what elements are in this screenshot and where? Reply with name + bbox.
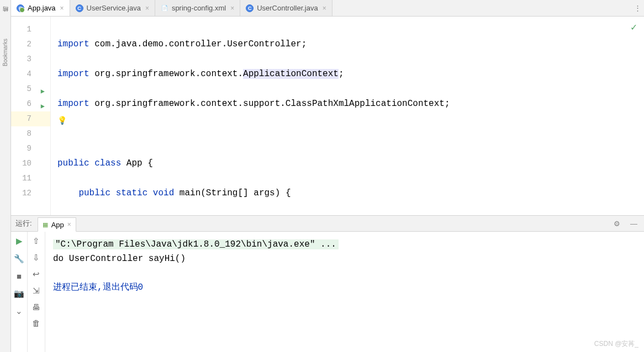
line-number: 1 [11,22,50,37]
line-gutter: 1 2 3 4 5▶ 6▶ 7💡 8 9 10 11 12 [11,17,51,215]
run-tab-app[interactable]: ▦ App × [38,217,76,232]
close-icon[interactable]: × [144,4,150,12]
trash-icon[interactable]: 🗑 [32,318,40,328]
tab-spring-config-xml[interactable]: 📄 spring-config.xml × [155,0,240,16]
rerun-icon[interactable]: ▶ [16,236,23,246]
analysis-ok-icon[interactable]: ✓ [630,22,637,33]
line-number: 12 [11,186,50,201]
line-number: 7💡 [11,111,50,126]
print-icon[interactable]: 🖶 [32,302,40,312]
xml-icon: 📄 [161,4,168,12]
run-settings-icon[interactable]: ⚙ [611,220,622,228]
console-exit-line: 进程已结束,退出代码0 [53,280,636,295]
down-icon[interactable]: ⇩ [33,253,40,263]
line-number: 10 [11,156,50,171]
run-tool-window: ▶ 🔧 ■ 📷 ⌄ ⇧ ⇩ ↩ ⇲ 🖶 🗑 "C:\Program Files\… [11,232,644,352]
line-number: 5▶ [11,82,50,97]
run-toolbar-primary: ▶ 🔧 ■ 📷 ⌄ [11,232,28,352]
class-icon: C [17,4,24,12]
close-icon[interactable]: × [59,4,65,12]
tab-menu-icon[interactable]: ⋮ [631,0,644,16]
tab-label: spring-config.xml [172,4,226,12]
up-icon[interactable]: ⇧ [33,236,40,246]
line-number: 8 [11,126,50,141]
tab-app-java[interactable]: C App.java × [11,0,70,16]
chevron-down-icon[interactable]: ⌄ [15,306,23,316]
wrap-icon[interactable]: ↩ [33,269,40,279]
tab-label: UserService.java [87,4,141,12]
scroll-icon[interactable]: ⇲ [33,286,40,296]
run-hide-icon[interactable]: — [628,220,640,228]
class-icon: C [246,4,254,12]
line-number: 2 [11,37,50,52]
close-icon[interactable]: × [229,4,235,12]
close-icon[interactable]: × [67,221,71,228]
line-number: 9 [11,141,50,156]
console-output[interactable]: "C:\Program Files\Java\jdk1.8.0_192\bin\… [45,232,644,352]
line-number: 4 [11,67,50,82]
line-number: 6▶ [11,97,50,111]
run-toolbar-secondary: ⇧ ⇩ ↩ ⇲ 🖶 🗑 [28,232,45,352]
rail-bookmarks[interactable]: Bookmarks [2,39,8,66]
tab-userservice-java[interactable]: C UserService.java × [70,0,155,16]
left-tool-rail: 结构 Bookmarks [0,0,11,352]
wrench-icon[interactable]: 🔧 [14,254,24,264]
camera-icon[interactable]: 📷 [14,289,24,298]
console-line: do UserController sayHi() [53,252,636,266]
run-tab-label: App [51,221,64,229]
run-title: 运行: [15,218,32,228]
console-command: "C:\Program Files\Java\jdk1.8.0_192\bin\… [53,239,339,249]
run-tool-header: 运行: ▦ App × ⚙ — [11,215,644,232]
code-editor[interactable]: 1 2 3 4 5▶ 6▶ 7💡 8 9 10 11 12 import com… [11,17,644,215]
watermark: CSDN @安苒_ [594,339,638,349]
tab-usercontroller-java[interactable]: C UserController.java × [240,0,332,16]
stop-icon[interactable]: ■ [17,271,22,281]
class-icon: C [76,4,83,12]
line-number: 11 [11,171,50,186]
close-icon[interactable]: × [321,4,328,12]
line-number: 3 [11,52,50,67]
tab-label: App.java [28,4,56,12]
editor-tab-bar: C App.java × C UserService.java × 📄 spri… [11,0,644,17]
tab-label: UserController.java [257,4,318,12]
code-area[interactable]: import com.java.demo.controller.UserCont… [51,17,644,215]
